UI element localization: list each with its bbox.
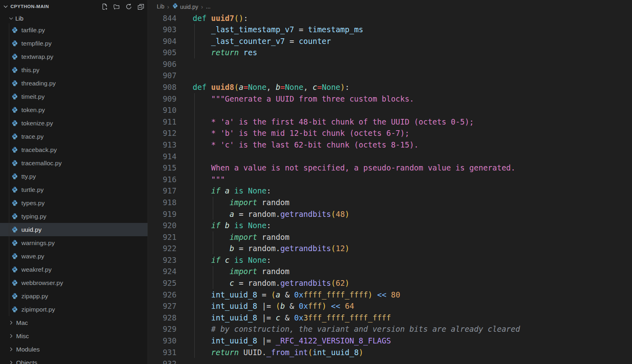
code-line-924[interactable]: 924 import random <box>148 266 632 277</box>
code-line-908[interactable]: 908def uuid8(a=None, b=None, c=None): <box>148 81 632 93</box>
file-uuid.py[interactable]: uuid.py <box>0 223 148 236</box>
chevron-down-icon[interactable] <box>2 3 9 10</box>
code-line-919[interactable]: 919 a = random.getrandbits(48) <box>148 208 632 220</box>
refresh-icon[interactable] <box>125 3 132 10</box>
python-file-icon <box>11 293 18 300</box>
folder-label: Objects <box>16 359 37 364</box>
code-line-912[interactable]: 912 * 'b' is the mid 12-bit chunk (octet… <box>148 127 632 139</box>
line-number: 905 <box>148 47 177 58</box>
new-folder-icon[interactable] <box>113 3 120 10</box>
file-warnings.py[interactable]: warnings.py <box>0 236 148 250</box>
line-number: 920 <box>148 220 177 231</box>
file-tokenize.py[interactable]: tokenize.py <box>0 116 148 130</box>
explorer-toolbar <box>101 0 144 13</box>
code-line-915[interactable]: 915 When a value is not specified, a pse… <box>148 162 632 174</box>
indent-guide <box>194 24 195 58</box>
code-line-916[interactable]: 916 """ <box>148 174 632 185</box>
file-webbrowser.py[interactable]: webbrowser.py <box>0 276 148 289</box>
code-line-917[interactable]: 917 if a is None: <box>148 185 632 197</box>
folder-modules[interactable]: Modules <box>0 343 148 356</box>
chevron-right-icon <box>8 346 14 352</box>
breadcrumb-item[interactable]: ... <box>206 3 211 10</box>
file-tracemalloc.py[interactable]: tracemalloc.py <box>0 156 148 170</box>
file-tarfile.py[interactable]: tarfile.py <box>0 23 148 37</box>
new-file-icon[interactable] <box>101 3 108 10</box>
file-textwrap.py[interactable]: textwrap.py <box>0 50 148 63</box>
file-label: turtle.py <box>21 186 44 193</box>
code-line-903[interactable]: 903 _last_timestamp_v7 = timestamp_ms <box>148 24 632 35</box>
explorer-header: CPYTHON-MAIN <box>0 0 148 13</box>
editor-pane[interactable]: Lib›uuid.py›... 844def uuid7(): 903 _las… <box>148 0 632 364</box>
code-line-932[interactable]: 932 <box>148 358 632 364</box>
line-number: 922 <box>148 243 177 254</box>
code-line-920[interactable]: 920 if b is None: <box>148 220 632 231</box>
code-line-905[interactable]: 905 return res <box>148 47 632 58</box>
sticky-scroll-line[interactable]: 844def uuid7(): <box>148 13 632 24</box>
collapse-all-icon[interactable] <box>137 3 144 10</box>
line-number: 903 <box>148 24 177 35</box>
breadcrumb-item[interactable]: Lib <box>157 3 164 10</box>
file-types.py[interactable]: types.py <box>0 196 148 210</box>
file-label: traceback.py <box>21 146 57 154</box>
breadcrumb-item[interactable]: uuid.py <box>172 3 198 10</box>
python-file-icon <box>11 93 18 100</box>
folder-objects[interactable]: Objects <box>0 356 148 364</box>
code-line-927[interactable]: 927 int_uuid_8 |= (b & 0xfff) << 64 <box>148 300 632 312</box>
file-tree: tarfile.pytempfile.pytextwrap.pythis.pyt… <box>0 23 148 316</box>
folder-label: Misc <box>16 333 29 340</box>
file-label: weakref.py <box>21 266 52 273</box>
code-line-926[interactable]: 926 int_uuid_8 = (a & 0xffff_ffff_ffff) … <box>148 289 632 301</box>
code-line-930[interactable]: 930 int_uuid_8 |= _RFC_4122_VERSION_8_FL… <box>148 335 632 347</box>
line-number: 923 <box>148 254 177 266</box>
file-this.py[interactable]: this.py <box>0 63 148 77</box>
python-file-icon <box>11 186 18 193</box>
file-label: typing.py <box>21 213 46 220</box>
code-line-910[interactable]: 910 <box>148 104 632 116</box>
line-number: 926 <box>148 289 177 301</box>
file-turtle.py[interactable]: turtle.py <box>0 183 148 196</box>
code-line-907[interactable]: 907 <box>148 70 632 81</box>
line-number: 929 <box>148 323 177 335</box>
folder-misc[interactable]: Misc <box>0 329 148 343</box>
code-line-928[interactable]: 928 int_uuid_8 |= c & 0x3fff_ffff_ffff_f… <box>148 312 632 324</box>
line-number: 917 <box>148 185 177 197</box>
code-line-925[interactable]: 925 c = random.getrandbits(62) <box>148 277 632 289</box>
line-number: 906 <box>148 58 177 70</box>
python-file-icon <box>11 213 18 220</box>
code-line-904[interactable]: 904 _last_counter_v7 = counter <box>148 35 632 47</box>
code-line-911[interactable]: 911 * 'a' is the first 48-bit chunk of t… <box>148 116 632 128</box>
folder-lib[interactable]: Lib <box>0 13 148 23</box>
line-number: 911 <box>148 116 177 128</box>
code-line-913[interactable]: 913 * 'c' is the last 62-bit chunk (octe… <box>148 139 632 151</box>
file-token.py[interactable]: token.py <box>0 103 148 116</box>
code-lines[interactable]: 903 _last_timestamp_v7 = timestamp_ms904… <box>148 24 632 364</box>
file-tty.py[interactable]: tty.py <box>0 170 148 183</box>
file-tempfile.py[interactable]: tempfile.py <box>0 37 148 50</box>
code-line-906[interactable]: 906 <box>148 58 632 70</box>
line-number: 925 <box>148 277 177 289</box>
code-line-909[interactable]: 909 """Generate a UUID from three custom… <box>148 93 632 105</box>
file-trace.py[interactable]: trace.py <box>0 130 148 143</box>
code-line-923[interactable]: 923 if c is None: <box>148 254 632 266</box>
line-number: 913 <box>148 139 177 151</box>
code-line-918[interactable]: 918 import random <box>148 197 632 208</box>
code-line-931[interactable]: 931 return UUID._from_int(int_uuid_8) <box>148 347 632 358</box>
code-line-929[interactable]: 929 # by construction, the variant and v… <box>148 323 632 335</box>
file-threading.py[interactable]: threading.py <box>0 77 148 90</box>
file-weakref.py[interactable]: weakref.py <box>0 263 148 276</box>
code-line-914[interactable]: 914 <box>148 151 632 162</box>
line-number: 914 <box>148 151 177 162</box>
folder-mac[interactable]: Mac <box>0 316 148 329</box>
code-line-921[interactable]: 921 import random <box>148 231 632 243</box>
line-number: 910 <box>148 104 177 116</box>
file-wave.py[interactable]: wave.py <box>0 250 148 263</box>
code-line-922[interactable]: 922 b = random.getrandbits(12) <box>148 243 632 254</box>
file-zipimport.py[interactable]: zipimport.py <box>0 303 148 316</box>
file-timeit.py[interactable]: timeit.py <box>0 90 148 103</box>
code-pane[interactable]: 844def uuid7(): 903 _last_timestamp_v7 =… <box>148 13 632 364</box>
file-typing.py[interactable]: typing.py <box>0 210 148 223</box>
file-traceback.py[interactable]: traceback.py <box>0 143 148 156</box>
file-label: trace.py <box>21 133 44 140</box>
file-zipapp.py[interactable]: zipapp.py <box>0 289 148 303</box>
file-label: textwrap.py <box>21 53 53 60</box>
